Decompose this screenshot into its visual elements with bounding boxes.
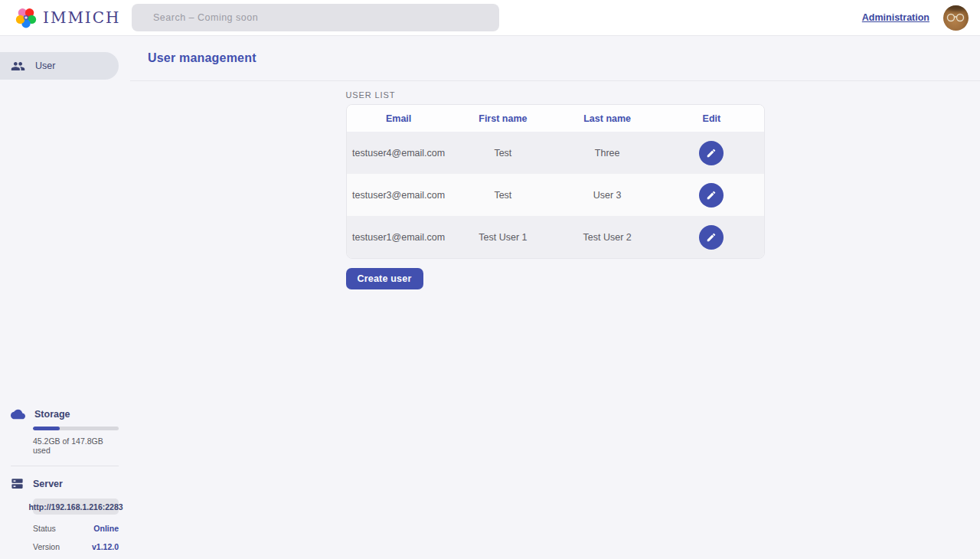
- main-content: User management USER LIST Email First na…: [130, 36, 980, 559]
- user-last-name: Three: [555, 148, 659, 159]
- table-row: testuser3@email.com Test User 3: [347, 174, 764, 216]
- users-group-icon: [11, 59, 25, 74]
- glasses-icon: [946, 13, 966, 22]
- top-header: IMMICH Administration: [0, 0, 980, 36]
- sidebar-item-user[interactable]: User: [0, 52, 119, 80]
- storage-title: Storage: [34, 409, 70, 420]
- table-header-row: Email First name Last name Edit: [347, 105, 764, 132]
- sidebar-divider: [11, 466, 119, 466]
- user-avatar[interactable]: [943, 5, 969, 31]
- user-table: Email First name Last name Edit testuser…: [346, 104, 765, 259]
- sidebar-status-panel: Storage 45.2GB of 147.8GB used Server ht…: [0, 409, 119, 551]
- edit-user-button[interactable]: [699, 141, 724, 165]
- server-url: http://192.168.1.216:2283: [33, 499, 119, 515]
- server-status-value: Online: [93, 524, 119, 533]
- title-bar: User management: [130, 36, 980, 81]
- storage-usage-text: 45.2GB of 147.8GB used: [33, 436, 119, 455]
- user-email: testuser4@email.com: [347, 148, 451, 159]
- logo-wordmark: IMMICH: [43, 8, 121, 27]
- column-header-edit: Edit: [659, 113, 763, 124]
- sidebar: User Storage 45.2GB of 147.8GB used: [0, 36, 130, 559]
- server-version-row: Version v1.12.0: [33, 542, 119, 551]
- server-version-label: Version: [33, 542, 60, 551]
- storage-progress-bar: [33, 427, 119, 430]
- edit-user-button[interactable]: [699, 225, 724, 250]
- immich-flower-icon: [15, 7, 37, 28]
- user-email: testuser3@email.com: [347, 190, 451, 201]
- user-list-label: USER LIST: [346, 90, 765, 100]
- server-status-row: Status Online: [33, 524, 119, 533]
- storage-section-header: Storage: [11, 409, 119, 420]
- server-version-value: v1.12.0: [92, 542, 119, 551]
- app-logo: IMMICH: [15, 7, 130, 28]
- pencil-icon: [706, 190, 717, 201]
- server-icon: [11, 477, 24, 490]
- sidebar-item-user-label: User: [35, 60, 55, 71]
- pencil-icon: [706, 232, 717, 243]
- edit-user-button[interactable]: [699, 183, 724, 208]
- storage-progress-fill: [33, 427, 60, 430]
- column-header-first-name: First name: [451, 113, 555, 124]
- server-status-label: Status: [33, 524, 56, 533]
- table-row: testuser4@email.com Test Three: [347, 132, 764, 174]
- create-user-button[interactable]: Create user: [346, 268, 423, 289]
- column-header-last-name: Last name: [555, 113, 659, 124]
- user-first-name: Test: [451, 148, 555, 159]
- user-first-name: Test: [451, 190, 555, 201]
- page-title: User management: [148, 51, 256, 65]
- search-input[interactable]: [132, 4, 499, 31]
- user-last-name: Test User 2: [555, 232, 659, 243]
- pencil-icon: [706, 148, 717, 159]
- table-row: testuser1@email.com Test User 1 Test Use…: [347, 216, 764, 258]
- user-last-name: User 3: [555, 190, 659, 201]
- server-section-header: Server: [11, 477, 119, 490]
- server-title: Server: [33, 479, 63, 489]
- user-email: testuser1@email.com: [347, 232, 451, 243]
- column-header-email: Email: [347, 113, 451, 124]
- user-first-name: Test User 1: [451, 232, 555, 243]
- administration-link[interactable]: Administration: [862, 12, 929, 23]
- cloud-icon: [11, 409, 25, 420]
